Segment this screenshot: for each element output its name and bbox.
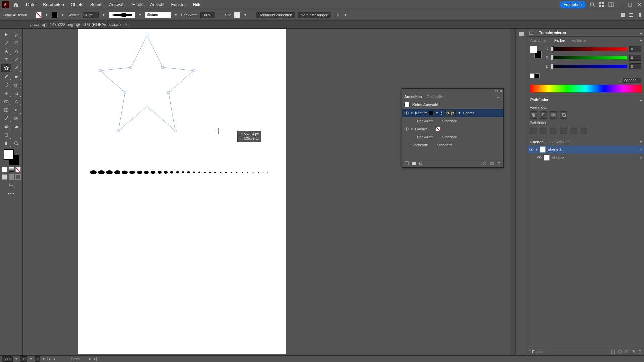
tab-libraries[interactable]: Bibliotheken	[547, 138, 574, 146]
home-icon[interactable]	[12, 1, 19, 8]
gradient-mode-icon[interactable]	[9, 167, 14, 172]
collapse-icon[interactable]: ◂◂	[495, 89, 498, 93]
menu-edit[interactable]: Bearbeiten	[40, 2, 67, 7]
vertical-scrollbar[interactable]	[510, 29, 515, 355]
g-slider[interactable]	[551, 56, 627, 59]
sublayer-name[interactable]: <Linie>	[552, 156, 564, 160]
fill-color[interactable]	[4, 149, 14, 160]
eyedropper-tool[interactable]	[1, 114, 11, 122]
panel-menu-icon[interactable]: ≡	[640, 98, 644, 102]
tab-color-guide[interactable]: Farbhilfe	[568, 37, 589, 44]
tab-layers[interactable]: Ebenen	[527, 138, 547, 146]
appearance-fill-row[interactable]: ▾ Fläche:	[402, 125, 503, 133]
intersect-icon[interactable]	[550, 111, 557, 119]
draw-inside-icon[interactable]	[15, 174, 21, 180]
slice-tool[interactable]	[11, 131, 21, 139]
share-button[interactable]: Freigeben	[559, 1, 586, 8]
arrange-icon[interactable]	[599, 2, 604, 7]
stroke-size-value[interactable]: 20 pt	[445, 110, 455, 116]
paintbrush-tool[interactable]	[11, 64, 21, 72]
disclosure-icon[interactable]: ▾	[411, 127, 413, 131]
canvas-area[interactable]: B: 552,84 px H: 525,79 px	[23, 29, 515, 355]
rotate-tool[interactable]	[1, 80, 11, 89]
minus-back-icon[interactable]	[580, 127, 587, 134]
stroke-profile[interactable]: Einfach	[145, 12, 171, 18]
hex-input[interactable]: 000000	[623, 78, 641, 83]
align-to-dd[interactable]: ▾	[343, 13, 348, 17]
artboard-prev-icon[interactable]: ◂	[53, 357, 55, 361]
layer-row-1[interactable]: ▾ Ebene 1 ○	[527, 146, 644, 153]
artboard-last-icon[interactable]: ▸|	[94, 357, 97, 361]
fill-dropdown[interactable]: ▾	[44, 13, 49, 17]
workspace-icon[interactable]	[608, 2, 614, 7]
visibility-icon[interactable]	[404, 111, 409, 115]
menu-help[interactable]: Hilfe	[190, 2, 205, 7]
locate-object-icon[interactable]	[611, 350, 615, 354]
target-icon[interactable]: ○	[640, 147, 642, 152]
panel-menu-icon[interactable]: ≡	[497, 95, 501, 99]
add-effect-button[interactable]: fx.	[419, 161, 423, 165]
brush-preview[interactable]	[109, 12, 135, 18]
stroke-profile-dd[interactable]: ▾	[174, 13, 178, 17]
delete-item-icon[interactable]	[497, 161, 501, 166]
outline-icon[interactable]	[570, 127, 577, 134]
sublayer-row[interactable]: <Linie> ○	[527, 154, 644, 161]
b-slider[interactable]	[551, 65, 627, 68]
artboard-tool[interactable]	[1, 131, 11, 139]
blend-tool[interactable]	[11, 114, 21, 122]
edit-toolbar-icon[interactable]: •••	[8, 191, 15, 196]
color-mode-icon[interactable]	[2, 167, 7, 172]
layer-name[interactable]: Ebene 1	[548, 147, 561, 152]
new-sublayer-icon[interactable]	[625, 350, 629, 354]
fill-stroke-indicator[interactable]	[4, 149, 19, 165]
comments-icon[interactable]	[518, 32, 524, 38]
exclude-icon[interactable]	[560, 111, 567, 119]
stroke-swatch[interactable]	[52, 12, 58, 18]
grid-icon[interactable]	[621, 13, 625, 17]
align-to-icon[interactable]	[335, 12, 341, 18]
column-graph-tool[interactable]	[11, 122, 21, 131]
menu-file[interactable]: Datei	[23, 2, 40, 7]
lasso-tool[interactable]	[11, 39, 21, 47]
perspective-tool[interactable]	[11, 97, 21, 106]
stroke-size-dd[interactable]: ▾	[101, 13, 106, 17]
zoom-dd[interactable]: ▾	[15, 357, 17, 361]
scale-tool[interactable]	[11, 80, 21, 89]
close-icon[interactable]	[637, 2, 642, 7]
white-swatch[interactable]	[530, 73, 534, 78]
visibility-icon[interactable]	[529, 147, 534, 152]
appearance-fill-opacity-row[interactable]: Deckkraft: Standard	[402, 133, 503, 141]
stroke-dropdown[interactable]: ▾	[60, 13, 65, 17]
stroke-color-dd[interactable]: ▼	[435, 111, 438, 115]
tab-appearance[interactable]: Aussehen	[404, 95, 422, 99]
stroke-color-swatch[interactable]	[429, 111, 433, 115]
shape-builder-tool[interactable]	[1, 97, 11, 106]
line-tool[interactable]	[11, 55, 21, 64]
color-fgbg-mini[interactable]	[530, 46, 542, 58]
panel-menu-icon[interactable]: ≡	[640, 31, 644, 35]
tab-close-icon[interactable]: ×	[125, 22, 127, 27]
trim-icon[interactable]	[540, 127, 547, 134]
delete-layer-icon[interactable]	[638, 350, 642, 354]
artboard-number[interactable]: 1	[35, 356, 40, 362]
curvature-tool[interactable]	[11, 47, 21, 55]
document-tab[interactable]: paragraph-1485228.png* @ 50 % (RGB/Vorsc…	[27, 21, 131, 28]
r-slider[interactable]	[551, 47, 627, 51]
unite-icon[interactable]	[530, 111, 537, 119]
eraser-tool[interactable]	[11, 72, 21, 80]
g-value[interactable]: 0	[629, 55, 641, 61]
hand-tool[interactable]	[1, 139, 11, 147]
zoom-tool[interactable]	[11, 139, 21, 147]
target-icon[interactable]: ○	[640, 156, 642, 160]
disclosure-icon[interactable]: ▾	[536, 147, 538, 152]
menu-select[interactable]: Auswahl	[106, 2, 129, 7]
screen-mode-icon[interactable]	[9, 182, 14, 187]
duplicate-item-icon[interactable]	[489, 161, 494, 166]
menu-object[interactable]: Objekt	[67, 2, 87, 7]
opacity-menu[interactable]: ›	[218, 13, 222, 17]
stroke-size-input[interactable]: 20 pt	[83, 12, 99, 18]
shape-tool[interactable]	[1, 64, 11, 72]
zoom-level[interactable]: 50%	[2, 356, 13, 362]
search-icon[interactable]	[590, 2, 595, 7]
list-icon[interactable]	[629, 13, 633, 17]
